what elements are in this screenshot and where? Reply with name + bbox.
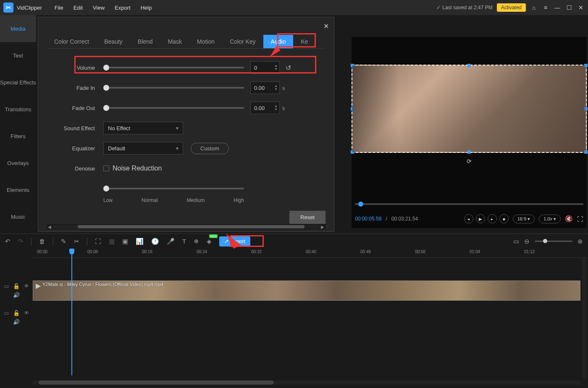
activated-badge[interactable]: Activated <box>497 3 526 12</box>
snapshot-icon[interactable]: ▣ <box>122 238 128 245</box>
tab-color-key[interactable]: Color Key <box>222 35 263 48</box>
mosaic-icon[interactable]: ▦ <box>109 238 115 245</box>
menu-export[interactable]: Export <box>110 3 135 13</box>
tab-mask[interactable]: Mask <box>160 35 189 48</box>
equalizer-value: Default <box>108 145 125 152</box>
sidebar-special-effects[interactable]: Special Effects <box>0 69 36 96</box>
text-icon[interactable]: T <box>182 238 186 245</box>
menu-file[interactable]: File <box>50 3 68 13</box>
undo-icon[interactable]: ↶ <box>5 238 10 245</box>
volume-slider[interactable] <box>103 67 244 68</box>
tab-color-correct[interactable]: Color Correct <box>47 35 97 48</box>
fullscreen-icon[interactable]: ⛶ <box>577 215 583 223</box>
tab-ke[interactable]: Ke <box>293 35 315 48</box>
equalizer-custom-button[interactable]: Custom <box>191 143 229 154</box>
freeze-icon[interactable]: ❄ <box>194 238 199 245</box>
tab-blend[interactable]: Blend <box>130 35 160 48</box>
track-audio-icon[interactable]: 🔊 <box>13 292 20 298</box>
next-frame-button[interactable]: ▸ <box>488 214 497 223</box>
track-lock-icon[interactable]: 🔓 <box>13 310 20 316</box>
duration-icon[interactable]: 🕐 <box>151 238 159 245</box>
mute-icon[interactable]: 🔇 <box>565 215 573 223</box>
fadeout-spinner[interactable]: 0.00▲▼ <box>250 102 280 114</box>
sidebar-transitions[interactable]: Transitions <box>0 96 36 123</box>
video-track[interactable]: ▶ Y2Mate.is - Miley Cyrus - Flowers (Off… <box>33 281 580 301</box>
voiceover-icon[interactable]: 🎤 <box>167 238 175 245</box>
fadein-row: Fade In 0.00▲▼ s <box>55 81 317 94</box>
fadein-value: 0.00 <box>254 85 265 91</box>
speed-select[interactable]: 1.0x ▾ <box>539 215 561 223</box>
track-video-icon[interactable]: ▭ <box>4 310 9 316</box>
preview-video-frame[interactable]: ⟳ <box>352 65 587 153</box>
home-icon[interactable]: ⌂ <box>530 4 538 11</box>
tab-motion[interactable]: Motion <box>189 35 222 48</box>
stats-icon[interactable]: 📊 <box>136 238 144 245</box>
denoise-label: Denoise <box>55 165 95 172</box>
track-lock-icon[interactable]: 🔓 <box>13 283 20 289</box>
tab-beauty[interactable]: Beauty <box>97 35 130 48</box>
timeline-vscroll[interactable] <box>582 258 586 379</box>
fadeout-slider[interactable] <box>103 107 244 109</box>
minimize-icon[interactable]: — <box>554 4 561 11</box>
noise-reduction-checkbox[interactable] <box>103 165 109 171</box>
soundeffect-select[interactable]: No Effect▼ <box>103 122 183 134</box>
tab-audio[interactable]: Audio <box>263 35 294 48</box>
scroll-right-icon[interactable]: ▶ <box>320 225 326 229</box>
timeline: 00:00 00:08 00:16 00:24 00:32 00:40 00:4… <box>0 249 588 388</box>
hamburger-icon[interactable]: ≡ <box>542 4 549 11</box>
track-audio-icon[interactable]: 🔊 <box>13 319 20 325</box>
ruler-mark: 00:08 <box>87 249 98 254</box>
dialog-close-icon[interactable]: ✕ <box>323 22 329 30</box>
sidebar-elements[interactable]: Elements <box>0 176 36 203</box>
sidebar-overlays[interactable]: Overlays <box>0 149 36 176</box>
zoom-in-icon[interactable]: ⊕ <box>578 238 583 245</box>
reset-button[interactable]: Reset <box>289 211 326 224</box>
video-clip[interactable]: ▶ Y2Mate.is - Miley Cyrus - Flowers (Off… <box>33 281 580 301</box>
timeline-hscroll[interactable] <box>33 380 580 385</box>
track-visible-icon[interactable]: 👁 <box>24 310 29 316</box>
zoom-slider[interactable] <box>535 241 572 242</box>
menu-edit[interactable]: Edit <box>69 3 87 13</box>
track-video-icon[interactable]: ▭ <box>4 283 9 289</box>
aspect-ratio-select[interactable]: 16:9 ▾ <box>513 215 535 223</box>
sidebar-text[interactable]: Text <box>0 42 36 69</box>
volume-label: Volume <box>55 65 95 71</box>
soundeffect-label: Sound Effect <box>55 125 95 131</box>
volume-spinner[interactable]: 0▲▼ <box>250 61 280 74</box>
playhead[interactable] <box>71 249 72 375</box>
last-saved-text: Last saved at 2:47 PM <box>442 5 492 10</box>
maximize-icon[interactable]: ☐ <box>565 4 573 11</box>
scroll-left-icon[interactable]: ◀ <box>47 225 52 229</box>
tag-icon[interactable]: ◈NEW <box>207 238 212 245</box>
split-icon[interactable]: ✂ <box>74 238 79 245</box>
redo-icon[interactable]: ↷ <box>18 238 24 245</box>
crop-icon[interactable]: ⛶ <box>95 238 101 245</box>
delete-icon[interactable]: 🗑 <box>39 238 45 245</box>
play-button[interactable]: ▶ <box>476 214 485 223</box>
track-visible-icon[interactable]: 👁 <box>24 283 29 289</box>
volume-reset-icon[interactable]: ↺ <box>286 64 291 72</box>
dialog-hscroll[interactable]: ◀ ▶ <box>47 224 326 229</box>
export-button[interactable]: ↗ Export <box>219 236 250 246</box>
fit-icon[interactable]: ▭ <box>513 238 519 245</box>
export-icon: ↗ <box>224 239 228 244</box>
fadein-spinner[interactable]: 0.00▲▼ <box>250 81 280 94</box>
preview-scrubber[interactable] <box>355 203 583 205</box>
equalizer-select[interactable]: Default▼ <box>103 142 183 155</box>
menu-help[interactable]: Help <box>136 3 156 13</box>
prev-frame-button[interactable]: ◂ <box>464 214 473 223</box>
close-icon[interactable]: ✕ <box>577 4 585 11</box>
ruler-mark: 00:00 <box>37 249 47 254</box>
fadeout-row: Fade Out 0.00▲▼ s <box>55 102 317 114</box>
sidebar-filters[interactable]: Filters <box>0 123 36 149</box>
sidebar-music[interactable]: Music <box>0 203 36 230</box>
zoom-out-icon[interactable]: ⊖ <box>524 238 530 245</box>
menu-view[interactable]: View <box>89 3 109 13</box>
stop-button[interactable]: ■ <box>499 214 509 223</box>
edit-icon[interactable]: ✎ <box>61 238 66 245</box>
sidebar-media[interactable]: Media <box>0 15 36 42</box>
rotate-icon[interactable]: ⟳ <box>467 158 472 165</box>
fadein-slider[interactable] <box>103 87 244 89</box>
denoise-slider[interactable] <box>103 188 244 189</box>
timeline-ruler[interactable]: 00:00 00:08 00:16 00:24 00:32 00:40 00:4… <box>33 249 588 258</box>
